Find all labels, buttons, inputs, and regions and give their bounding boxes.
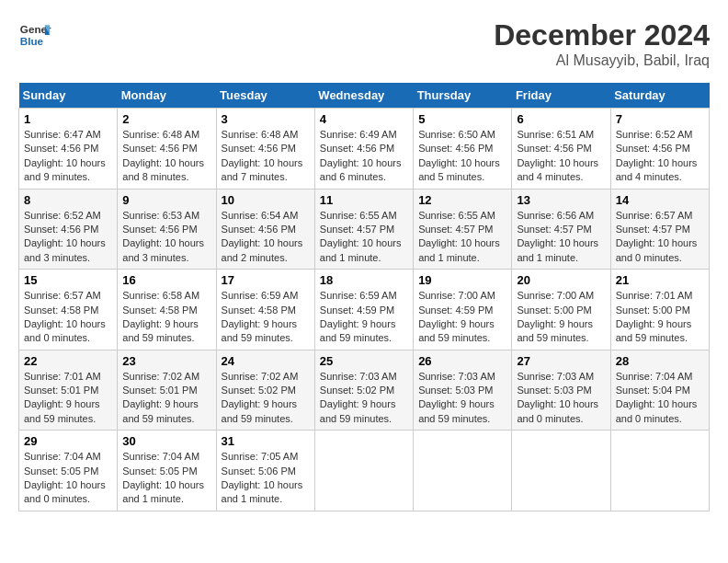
weekday-header-sunday: Sunday (19, 83, 118, 109)
sunrise-label: Sunrise: 6:59 AM (320, 290, 397, 301)
calendar-day-cell: 11 Sunrise: 6:55 AM Sunset: 4:57 PM Dayl… (314, 189, 413, 270)
calendar-day-cell: 25 Sunrise: 7:03 AM Sunset: 5:02 PM Dayl… (314, 350, 413, 431)
weekday-header-row: SundayMondayTuesdayWednesdayThursdayFrid… (19, 83, 710, 109)
sunset-label: Sunset: 4:56 PM (222, 143, 296, 154)
sunset-label: Sunset: 5:02 PM (222, 385, 296, 396)
daylight-label: Daylight: 9 hours and 59 minutes. (418, 398, 495, 423)
daylight-label: Daylight: 9 hours and 59 minutes. (24, 398, 100, 423)
day-info: Sunrise: 6:52 AM Sunset: 4:56 PM Dayligh… (24, 209, 112, 266)
svg-text:Blue: Blue (20, 35, 44, 47)
day-info: Sunrise: 6:59 AM Sunset: 4:59 PM Dayligh… (320, 289, 408, 346)
daylight-label: Daylight: 9 hours and 59 minutes. (616, 318, 692, 343)
day-info: Sunrise: 7:04 AM Sunset: 5:05 PM Dayligh… (122, 450, 210, 507)
day-number: 3 (222, 112, 310, 126)
day-number: 2 (122, 112, 210, 126)
daylight-label: Daylight: 10 hours and 1 minute. (517, 237, 598, 262)
sunrise-label: Sunrise: 6:50 AM (418, 129, 495, 140)
sunset-label: Sunset: 4:56 PM (616, 143, 690, 154)
calendar-day-cell: 18 Sunrise: 6:59 AM Sunset: 4:59 PM Dayl… (314, 270, 413, 350)
calendar-day-cell: 27 Sunrise: 7:03 AM Sunset: 5:03 PM Dayl… (512, 350, 610, 431)
day-number: 28 (616, 354, 704, 368)
calendar-day-cell: 14 Sunrise: 6:57 AM Sunset: 4:57 PM Dayl… (610, 189, 709, 270)
sunrise-label: Sunrise: 6:48 AM (122, 129, 199, 140)
sunrise-label: Sunrise: 6:53 AM (122, 210, 199, 221)
daylight-label: Daylight: 10 hours and 4 minutes. (616, 157, 698, 182)
weekday-header-thursday: Thursday (414, 83, 512, 109)
empty-cell (314, 431, 413, 511)
sunset-label: Sunset: 4:58 PM (122, 304, 197, 316)
page-header: General Blue December 2024 Al Musayyib, … (18, 18, 710, 69)
weekday-header-monday: Monday (118, 83, 216, 109)
day-info: Sunrise: 7:03 AM Sunset: 5:02 PM Dayligh… (320, 370, 408, 427)
month-title: December 2024 (494, 18, 710, 52)
logo: General Blue (18, 18, 51, 52)
sunrise-label: Sunrise: 7:04 AM (122, 451, 199, 462)
calendar-week-row: 22 Sunrise: 7:01 AM Sunset: 5:01 PM Dayl… (19, 350, 710, 431)
sunrise-label: Sunrise: 7:00 AM (418, 290, 495, 301)
empty-cell (414, 431, 512, 511)
day-info: Sunrise: 6:59 AM Sunset: 4:58 PM Dayligh… (222, 289, 310, 346)
day-info: Sunrise: 6:57 AM Sunset: 4:57 PM Dayligh… (616, 209, 704, 266)
sunrise-label: Sunrise: 6:54 AM (222, 210, 299, 221)
daylight-label: Daylight: 10 hours and 2 minutes. (222, 237, 303, 262)
day-info: Sunrise: 7:01 AM Sunset: 5:00 PM Dayligh… (616, 289, 704, 346)
daylight-label: Daylight: 10 hours and 9 minutes. (24, 157, 106, 182)
sunrise-label: Sunrise: 6:52 AM (24, 210, 101, 221)
calendar-day-cell: 15 Sunrise: 6:57 AM Sunset: 4:58 PM Dayl… (19, 270, 118, 350)
calendar-day-cell: 31 Sunrise: 7:05 AM Sunset: 5:06 PM Dayl… (216, 431, 314, 511)
sunrise-label: Sunrise: 7:01 AM (616, 290, 693, 301)
sunset-label: Sunset: 4:57 PM (616, 224, 690, 235)
day-number: 8 (24, 193, 112, 207)
calendar-week-row: 1 Sunrise: 6:47 AM Sunset: 4:56 PM Dayli… (19, 109, 710, 190)
daylight-label: Daylight: 10 hours and 1 minute. (222, 479, 303, 504)
day-info: Sunrise: 6:47 AM Sunset: 4:56 PM Dayligh… (24, 128, 112, 185)
sunset-label: Sunset: 4:56 PM (222, 224, 296, 235)
day-info: Sunrise: 6:58 AM Sunset: 4:58 PM Dayligh… (122, 289, 210, 346)
weekday-header-tuesday: Tuesday (216, 83, 314, 109)
sunset-label: Sunset: 5:05 PM (24, 465, 98, 477)
sunset-label: Sunset: 4:58 PM (24, 304, 98, 316)
day-number: 25 (320, 354, 408, 368)
day-info: Sunrise: 6:57 AM Sunset: 4:58 PM Dayligh… (24, 289, 112, 346)
sunset-label: Sunset: 5:06 PM (222, 465, 296, 477)
day-number: 1 (24, 112, 112, 126)
daylight-label: Daylight: 9 hours and 59 minutes. (320, 398, 396, 423)
sunrise-label: Sunrise: 7:04 AM (616, 371, 693, 382)
sunset-label: Sunset: 4:57 PM (320, 224, 394, 235)
sunrise-label: Sunrise: 6:56 AM (517, 210, 594, 221)
daylight-label: Daylight: 9 hours and 59 minutes. (222, 398, 298, 423)
sunset-label: Sunset: 4:56 PM (320, 143, 394, 154)
daylight-label: Daylight: 10 hours and 0 minutes. (24, 479, 106, 504)
sunset-label: Sunset: 5:03 PM (517, 385, 591, 396)
day-info: Sunrise: 6:48 AM Sunset: 4:56 PM Dayligh… (122, 128, 210, 185)
sunrise-label: Sunrise: 6:47 AM (24, 129, 101, 140)
empty-cell (610, 431, 709, 511)
daylight-label: Daylight: 9 hours and 59 minutes. (222, 318, 298, 343)
sunset-label: Sunset: 5:05 PM (122, 465, 197, 477)
day-number: 19 (418, 273, 506, 287)
day-info: Sunrise: 7:03 AM Sunset: 5:03 PM Dayligh… (517, 370, 605, 427)
calendar-week-row: 8 Sunrise: 6:52 AM Sunset: 4:56 PM Dayli… (19, 189, 710, 270)
sunset-label: Sunset: 4:56 PM (24, 224, 98, 235)
logo-icon: General Blue (18, 18, 51, 52)
calendar-day-cell: 3 Sunrise: 6:48 AM Sunset: 4:56 PM Dayli… (216, 109, 314, 190)
sunrise-label: Sunrise: 6:58 AM (122, 290, 199, 301)
day-info: Sunrise: 6:49 AM Sunset: 4:56 PM Dayligh… (320, 128, 408, 185)
day-number: 30 (122, 434, 210, 448)
day-info: Sunrise: 7:00 AM Sunset: 4:59 PM Dayligh… (418, 289, 506, 346)
sunset-label: Sunset: 4:56 PM (517, 143, 591, 154)
calendar-table: SundayMondayTuesdayWednesdayThursdayFrid… (18, 83, 710, 511)
day-number: 24 (222, 354, 310, 368)
sunset-label: Sunset: 4:56 PM (24, 143, 98, 154)
daylight-label: Daylight: 10 hours and 0 minutes. (517, 398, 598, 423)
day-number: 14 (616, 193, 704, 207)
day-number: 31 (222, 434, 310, 448)
calendar-day-cell: 8 Sunrise: 6:52 AM Sunset: 4:56 PM Dayli… (19, 189, 118, 270)
sunset-label: Sunset: 5:01 PM (24, 385, 98, 396)
calendar-day-cell: 16 Sunrise: 6:58 AM Sunset: 4:58 PM Dayl… (118, 270, 216, 350)
calendar-day-cell: 30 Sunrise: 7:04 AM Sunset: 5:05 PM Dayl… (118, 431, 216, 511)
day-number: 21 (616, 273, 704, 287)
day-number: 17 (222, 273, 310, 287)
sunrise-label: Sunrise: 7:03 AM (320, 371, 397, 382)
sunset-label: Sunset: 5:00 PM (517, 304, 591, 316)
